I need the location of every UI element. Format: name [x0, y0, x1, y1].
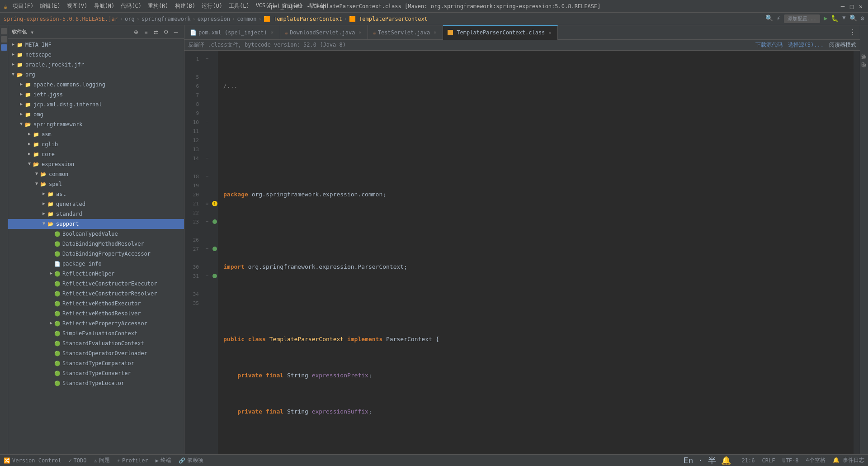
- menu-code[interactable]: 代码(C): [118, 1, 144, 11]
- choose-source-button[interactable]: 选择源(S)...: [788, 41, 824, 49]
- search-everywhere-button[interactable]: 🔍: [765, 14, 773, 23]
- breadcrumb-class1[interactable]: 🟧 TemplateParserContext: [264, 16, 342, 22]
- breadcrumb-common[interactable]: common: [237, 16, 256, 22]
- tree-item-DataBindingPropertyAccessor[interactable]: ▶ 🟢 DataBindingPropertyAccessor: [8, 249, 184, 259]
- bookmarks-label[interactable]: 书签: [860, 62, 868, 65]
- tree-item-standard[interactable]: ▶ 📁 standard: [8, 209, 184, 219]
- event-log-item[interactable]: 🔔 事件日志: [833, 456, 864, 464]
- tree-item-asm[interactable]: ▶ 📁 asm: [8, 129, 184, 139]
- expand-all-button[interactable]: ▾: [30, 29, 34, 36]
- tab-template-parser-context[interactable]: TemplateParserContext.class ✕: [443, 25, 558, 40]
- run-button[interactable]: ▶: [824, 14, 827, 23]
- tab-close-test[interactable]: ✕: [432, 29, 438, 36]
- yellow-bulb-icon[interactable]: !: [212, 201, 217, 206]
- tree-item-org[interactable]: ▼ 📂 org: [8, 70, 184, 80]
- fold-23[interactable]: ─: [203, 217, 212, 226]
- tree-item-ReflectiveConstructorResolver[interactable]: ▶ 🟢 ReflectiveConstructorResolver: [8, 289, 184, 299]
- menu-navigate[interactable]: 导航(N): [91, 1, 118, 11]
- settings-gear-button[interactable]: ⚙: [161, 28, 170, 37]
- sidebar-icon2[interactable]: [1, 36, 7, 43]
- menu-build[interactable]: 构建(B): [172, 1, 198, 11]
- tree-item-omg[interactable]: ▶ 📁 omg: [8, 109, 184, 119]
- tree-item-ReflectiveConstructorExecutor[interactable]: ▶ 🟢 ReflectiveConstructorExecutor: [8, 279, 184, 289]
- fold-10[interactable]: ─: [203, 118, 212, 127]
- sidebar-icon3[interactable]: [1, 44, 7, 51]
- tab-pom-xml[interactable]: 📄 pom.xml (spel_inject) ✕: [185, 25, 280, 40]
- fold-21[interactable]: ⊟: [203, 199, 212, 208]
- fold-14[interactable]: ─: [203, 154, 212, 163]
- add-config-button[interactable]: 添加配置...: [784, 14, 820, 23]
- tree-item-netscape[interactable]: ▶ 📁 netscape: [8, 50, 184, 60]
- autoscroll-button[interactable]: ⇄: [151, 28, 160, 37]
- breadcrumb-action2[interactable]: ⚡: [777, 14, 780, 23]
- problems-item[interactable]: ⚠ 问题: [94, 456, 110, 464]
- dependencies-item[interactable]: 🔗 依赖项: [179, 456, 203, 464]
- tree-item-oracle[interactable]: ▶ 📁 oracle.jrockit.jfr: [8, 60, 184, 70]
- debug-button[interactable]: 🐛: [831, 14, 839, 23]
- fold-27[interactable]: ─: [203, 244, 212, 253]
- run-more-button[interactable]: ▼: [842, 14, 845, 23]
- tab-download-servlet[interactable]: ☕ DownloadServlet.java ✕: [280, 25, 368, 40]
- todo-item[interactable]: ✓ TODO: [68, 457, 86, 464]
- terminal-item[interactable]: ▶ 终端: [156, 456, 171, 464]
- tree-item-jcp[interactable]: ▶ 📁 jcp.xml.dsig.internal: [8, 100, 184, 109]
- position-indicator[interactable]: 21:6: [742, 457, 755, 464]
- menu-refactor[interactable]: 重构(R): [145, 1, 171, 11]
- reader-mode-button[interactable]: 阅读器模式: [829, 41, 856, 49]
- minimize-button[interactable]: ─: [839, 3, 846, 10]
- breadcrumb-springframework[interactable]: springframework: [142, 16, 190, 22]
- encoding-indicator[interactable]: UTF-8: [782, 457, 798, 464]
- window-controls[interactable]: ─ □ ✕: [839, 3, 864, 10]
- tree-item-support[interactable]: ▼ 📂 support: [8, 219, 184, 229]
- settings-button[interactable]: ⚙: [861, 14, 864, 23]
- expand-button[interactable]: ⊕: [132, 28, 141, 37]
- lang-indicator[interactable]: En · 半 🔔: [684, 455, 731, 466]
- tree-item-ReflectionHelper[interactable]: ▶ 🟢 ReflectionHelper: [8, 269, 184, 279]
- fold-1[interactable]: ─: [203, 54, 212, 63]
- tree-item-StandardTypeComparator[interactable]: ▶ 🟢 StandardTypeComparator: [8, 358, 184, 368]
- version-control-item[interactable]: 🔀 Version Control: [4, 457, 61, 464]
- tree-item-ReflectivePropertyAccessor[interactable]: ▶ 🟢 ReflectivePropertyAccessor: [8, 319, 184, 328]
- tab-close-template[interactable]: ✕: [547, 29, 553, 36]
- collapse-button[interactable]: ≡: [142, 28, 151, 37]
- tree-item-spel[interactable]: ▼ 📂 spel: [8, 179, 184, 189]
- tree-item-StandardEvaluationContext[interactable]: ▶ 🟢 StandardEvaluationContext: [8, 338, 184, 348]
- menu-run[interactable]: 运行(U): [199, 1, 225, 11]
- fold-31[interactable]: ─: [203, 271, 212, 281]
- tree-item-generated[interactable]: ▶ 📁 generated: [8, 199, 184, 209]
- tree-item-BooleanTypedValue[interactable]: ▶ 🟢 BooleanTypedValue: [8, 229, 184, 239]
- tab-more-button[interactable]: ⋮: [845, 28, 860, 37]
- tree-item-StandardOperatorOverloader[interactable]: ▶ 🟢 StandardOperatorOverloader: [8, 348, 184, 358]
- breadcrumb-org[interactable]: org: [125, 16, 135, 22]
- tree-item-ReflectiveMethodResolver[interactable]: ▶ 🟢 ReflectiveMethodResolver: [8, 309, 184, 319]
- tree-item-ast[interactable]: ▶ 📁 ast: [8, 189, 184, 199]
- tree-item-DataBindingMethodResolver[interactable]: ▶ 🟢 DataBindingMethodResolver: [8, 239, 184, 249]
- menu-view[interactable]: 视图(V): [64, 1, 90, 11]
- tree-item-ietf-jgss[interactable]: ▶ 📁 ietf.jgss: [8, 90, 184, 100]
- tree-item-META-INF[interactable]: ▶ 📁 META-INF: [8, 40, 184, 50]
- tree-item-StandardTypeLocator[interactable]: ▶ 🟢 StandardTypeLocator: [8, 378, 184, 388]
- sidebar-icon1[interactable]: [1, 28, 7, 34]
- tab-close-pom[interactable]: ✕: [269, 29, 275, 36]
- menu-project[interactable]: 项目(F): [10, 1, 36, 11]
- tree-item-ReflectiveMethodExecutor[interactable]: ▶ 🟢 ReflectiveMethodExecutor: [8, 299, 184, 309]
- right-scroll-gutter[interactable]: [854, 51, 860, 454]
- close-panel-button[interactable]: ─: [171, 28, 180, 37]
- tree-item-cglib[interactable]: ▶ 📁 cglib: [8, 139, 184, 149]
- code-content[interactable]: /... package org.springframework.express…: [218, 51, 854, 454]
- tree-item-SimpleEvaluationContext[interactable]: ▶ 🟢 SimpleEvaluationContext: [8, 328, 184, 338]
- fold-18[interactable]: ─: [203, 172, 212, 181]
- download-source-button[interactable]: 下载源代码: [755, 41, 783, 49]
- close-button[interactable]: ✕: [857, 3, 864, 10]
- tab-test-servlet[interactable]: ☕ TestServlet.java ✕: [368, 25, 443, 40]
- menu-edit[interactable]: 编辑(E): [37, 1, 63, 11]
- line-ending-indicator[interactable]: CRLF: [762, 457, 775, 464]
- tree-item-common[interactable]: ▼ 📂 common: [8, 169, 184, 179]
- tree-item-apache-commons-logging[interactable]: ▶ 📁 apache.commons.logging: [8, 80, 184, 90]
- maximize-button[interactable]: □: [848, 3, 855, 10]
- profiler-item[interactable]: ⚡ Profiler: [117, 457, 148, 464]
- breadcrumb-jar[interactable]: spring-expression-5.0.8.RELEASE.jar: [4, 16, 118, 22]
- tree-item-springframework[interactable]: ▼ 📂 springframework: [8, 119, 184, 129]
- tree-item-package-info[interactable]: ▶ 📄 package-info: [8, 259, 184, 269]
- breadcrumb-class2[interactable]: 🟧 TemplateParserContext: [349, 16, 428, 22]
